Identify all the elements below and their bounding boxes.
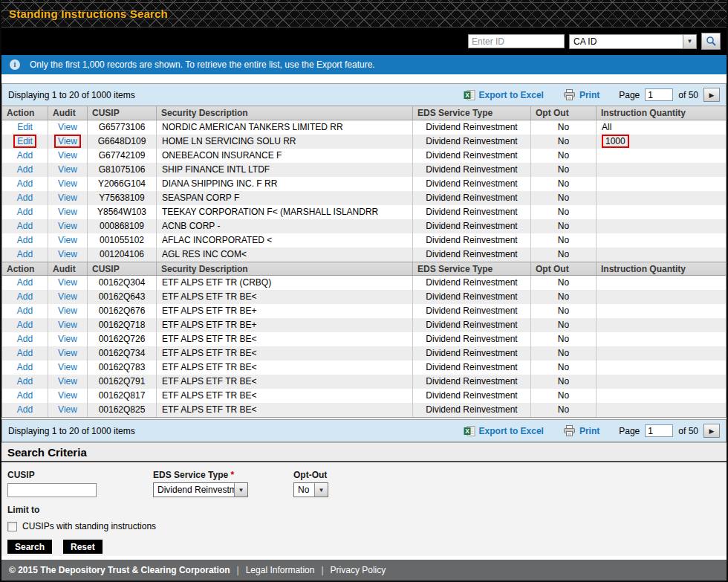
enter-id-input[interactable] (468, 34, 565, 48)
required-asterisk: * (231, 470, 235, 480)
audit-view-link: View (48, 304, 88, 318)
opt-out-cell: No (531, 332, 597, 346)
add-link[interactable]: Add (17, 178, 33, 189)
view-link[interactable]: View (58, 178, 77, 189)
action-link: Add (2, 290, 48, 304)
next-page-button[interactable]: ▶ (703, 88, 720, 102)
opt-out-cell: No (531, 205, 597, 219)
security-description-cell: ACNB CORP - (157, 219, 413, 233)
chevron-down-icon[interactable]: ▼ (314, 483, 328, 497)
add-link[interactable]: Add (17, 320, 33, 330)
security-description-cell: NORDIC AMERICAN TANKERS LIMITED RR (157, 120, 413, 135)
view-link[interactable]: View (58, 291, 77, 302)
cusip-cell: 00162Q718 (88, 318, 157, 332)
add-link[interactable]: Add (17, 193, 33, 203)
cusip-cell: Y2066G104 (88, 177, 157, 191)
cusip-cell-text: G81075106 (99, 164, 146, 175)
view-link[interactable]: View (54, 135, 81, 148)
view-link[interactable]: View (58, 390, 77, 401)
add-link[interactable]: Add (17, 404, 33, 415)
privacy-policy-link[interactable]: Privacy Policy (331, 565, 386, 575)
add-link[interactable]: Add (17, 235, 33, 245)
export-to-excel-button[interactable]: X Export to Excel (464, 89, 544, 101)
view-link[interactable]: View (58, 277, 77, 288)
print-button[interactable]: Print (563, 425, 599, 436)
table-row: AddView00162Q817ETF ALPS ETF TR BE<Divid… (2, 389, 726, 403)
export-to-excel-button[interactable]: X Export to Excel (464, 425, 544, 437)
view-link[interactable]: View (58, 122, 77, 132)
column-header-security-description: Security Description (157, 106, 413, 120)
search-button[interactable]: Search (7, 540, 52, 554)
add-link[interactable]: Add (17, 291, 33, 302)
add-link[interactable]: Add (17, 348, 33, 358)
cusip-cell-text: Y8564W103 (97, 207, 146, 217)
cusip-cell-text: 00162Q643 (99, 291, 146, 302)
add-link[interactable]: Add (17, 334, 33, 344)
table-section-2: AddView00162Q304ETF ALPS ETF TR (CRBQ)Di… (2, 276, 726, 417)
opt-out-select[interactable]: No ▼ (293, 482, 328, 497)
view-link[interactable]: View (58, 221, 77, 231)
opt-out-cell-text: No (558, 348, 569, 358)
view-link[interactable]: View (58, 320, 77, 330)
view-link[interactable]: View (58, 404, 77, 415)
add-link[interactable]: Add (17, 221, 33, 231)
security-description-cell-text: ETF ALPS ETF TR BE< (162, 334, 256, 344)
page-number-input[interactable] (645, 424, 673, 437)
view-link[interactable]: View (58, 193, 77, 203)
chevron-down-icon[interactable]: ▼ (234, 483, 247, 497)
audit-view-link: View (48, 375, 88, 389)
instruction-quantity-cell: All (597, 120, 726, 135)
audit-view-link: View (48, 318, 88, 332)
add-link[interactable]: Add (17, 164, 33, 175)
view-link[interactable]: View (58, 249, 77, 259)
footer-separator: | (321, 565, 323, 575)
view-link[interactable]: View (58, 348, 77, 358)
footer: © 2015 The Depository Trust & Clearing C… (1, 560, 727, 581)
opt-out-cell-text: No (558, 362, 569, 372)
view-link[interactable]: View (58, 334, 77, 344)
add-link[interactable]: Add (17, 249, 33, 259)
eds-service-type-cell: Dividend Reinvestment (413, 403, 531, 417)
reset-button[interactable]: Reset (63, 540, 103, 554)
add-link[interactable]: Add (17, 150, 33, 161)
add-link[interactable]: Add (17, 305, 33, 316)
next-page-button[interactable]: ▶ (703, 424, 720, 438)
view-link[interactable]: View (58, 164, 77, 175)
id-search-button[interactable] (701, 33, 721, 50)
eds-service-type-select[interactable]: Dividend Reinvestment ▼ (153, 482, 248, 497)
add-link[interactable]: Add (17, 376, 33, 387)
standing-instructions-checkbox[interactable] (7, 522, 17, 531)
cusip-cell: 001204106 (88, 248, 157, 262)
view-link[interactable]: View (58, 305, 77, 316)
id-type-select[interactable]: CA ID ▼ (569, 34, 697, 49)
add-link[interactable]: Add (17, 277, 33, 288)
view-link[interactable]: View (58, 207, 77, 217)
action-link: Add (2, 233, 48, 248)
add-link[interactable]: Add (17, 207, 33, 217)
view-link[interactable]: View (58, 235, 77, 245)
cusip-label: CUSIP (7, 470, 35, 480)
displaying-text: Displaying 1 to 20 of 1000 items (8, 426, 135, 436)
legal-information-link[interactable]: Legal Information (246, 565, 315, 575)
security-description-cell-text: ETF ALPS ETF TR (CRBQ) (162, 277, 271, 288)
page-number-input[interactable] (645, 88, 673, 101)
table-header: Action Audit CUSIP Security Description … (2, 106, 726, 120)
instruction-quantity-cell (597, 375, 726, 389)
audit-view-link: View (48, 360, 88, 375)
column-header-cusip: CUSIP (88, 262, 157, 275)
action-link: Add (2, 375, 48, 389)
cusip-input[interactable] (7, 483, 97, 497)
view-link[interactable]: View (58, 150, 77, 161)
action-link: Add (2, 318, 48, 332)
edit-link[interactable]: Edit (13, 135, 36, 148)
print-button[interactable]: Print (563, 89, 599, 100)
view-link[interactable]: View (58, 376, 77, 387)
chevron-down-icon[interactable]: ▼ (683, 35, 696, 48)
add-link[interactable]: Add (17, 390, 33, 401)
instruction-quantity-cell (597, 191, 726, 205)
view-link[interactable]: View (58, 362, 77, 372)
cusip-cell-text: 00162Q825 (99, 404, 146, 415)
page-label: Page (619, 426, 640, 436)
edit-link[interactable]: Edit (17, 122, 33, 132)
add-link[interactable]: Add (17, 362, 33, 372)
